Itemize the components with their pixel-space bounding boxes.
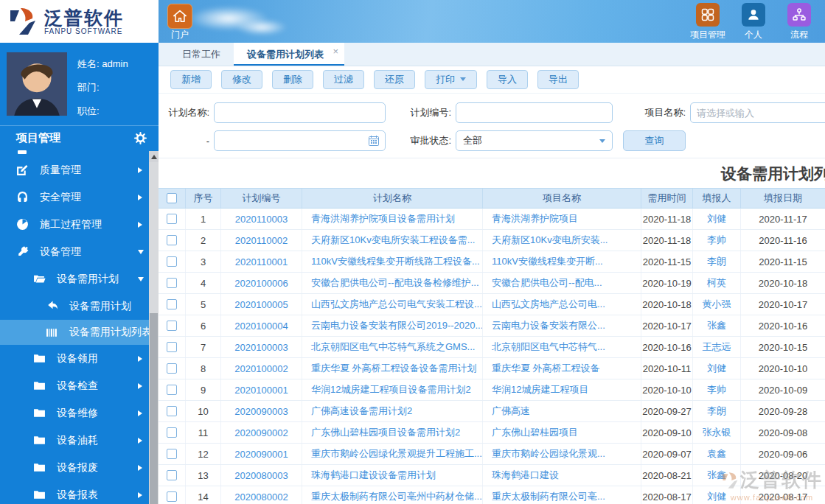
table-row[interactable]: 82020100002重庆华夏 外高桥工程设备设备需用计划重庆华夏 外高桥工程设… bbox=[159, 358, 825, 379]
sidebar-item-equipment-management[interactable]: 设备管理 bbox=[0, 238, 159, 265]
table-row[interactable]: 32020110001110kV安徽线程集变开断线路工程设备...110kV安徽… bbox=[159, 251, 825, 273]
row-checkbox[interactable] bbox=[167, 385, 177, 395]
cell-filler[interactable]: 张鑫 bbox=[693, 465, 741, 486]
select-all-checkbox[interactable] bbox=[167, 193, 177, 203]
cell-project-name[interactable]: 天府新区10Kv变电所安装... bbox=[483, 230, 641, 251]
column-header[interactable]: 需用时间 bbox=[641, 189, 693, 208]
column-header[interactable]: 填报人 bbox=[693, 189, 741, 208]
plan-name-input[interactable] bbox=[214, 102, 386, 123]
cell-project-name[interactable]: 重庆市鹅岭公园绿化景观... bbox=[483, 444, 641, 464]
column-header[interactable]: 填报日期 bbox=[741, 189, 825, 208]
sidebar-item-equipment-report[interactable]: 设备报表 bbox=[0, 481, 159, 504]
cell-project-name[interactable]: 北京朝阳区电气中芯特气... bbox=[483, 337, 641, 357]
cell-plan-name[interactable]: 安徽合肥供电公司--配电设备检修维护... bbox=[302, 273, 483, 293]
tab-daily-work[interactable]: 日常工作 bbox=[169, 43, 234, 66]
cell-plan-name[interactable]: 重庆市鹅岭公园绿化景观提升工程施工... bbox=[302, 444, 483, 464]
gear-icon[interactable] bbox=[134, 132, 147, 144]
scroll-up-button[interactable] bbox=[149, 151, 159, 162]
nav-project-management[interactable]: 项目管理 bbox=[685, 3, 731, 41]
plan-no-input[interactable] bbox=[456, 102, 613, 123]
cell-plan-no[interactable]: 2020100003 bbox=[221, 337, 302, 357]
sidebar-item-equipment-need-plan-list[interactable]: 设备需用计划列表 bbox=[0, 320, 159, 345]
column-header[interactable]: 计划编号 bbox=[221, 189, 302, 208]
add-button[interactable]: 新增 bbox=[170, 70, 212, 89]
cell-filler[interactable]: 王志远 bbox=[693, 337, 741, 357]
table-row[interactable]: 112020090002广东佛山碧桂园项目设备需用计划2广东佛山碧桂园项目202… bbox=[159, 422, 825, 444]
column-header[interactable]: 计划名称 bbox=[302, 189, 483, 208]
tab-equipment-need-plan-list[interactable]: 设备需用计划列表× bbox=[234, 43, 344, 66]
cell-project-name[interactable]: 云南电力设备安装有限公... bbox=[483, 315, 641, 336]
cell-plan-name[interactable]: 重庆太极制药有限公司亳州中药材仓储... bbox=[302, 486, 483, 504]
cell-plan-no[interactable]: 2020090003 bbox=[221, 401, 302, 421]
cell-filler[interactable]: 李朗 bbox=[693, 251, 741, 272]
row-checkbox[interactable] bbox=[167, 363, 177, 374]
row-checkbox[interactable] bbox=[167, 427, 177, 438]
cell-filler[interactable]: 黄小强 bbox=[693, 294, 741, 315]
sidebar-scrollbar[interactable] bbox=[149, 151, 159, 504]
cell-project-name[interactable]: 广东佛山碧桂园项目 bbox=[483, 422, 641, 443]
table-row[interactable]: 132020080003珠海鹤港口建设设备需用计划珠海鹤港口建设2020-08-… bbox=[159, 465, 825, 486]
table-row[interactable]: 92020100001华润12城房建工程项目设备需用计划2华润12城房建工程项目… bbox=[159, 379, 825, 401]
table-row[interactable]: 62020100004云南电力设备安装有限公司2019--2020...云南电力… bbox=[159, 315, 825, 337]
cell-plan-no[interactable]: 2020100002 bbox=[221, 358, 302, 379]
cell-project-name[interactable]: 青海洪湖养护院项目 bbox=[483, 209, 641, 229]
table-row[interactable]: 72020100003北京朝阳区电气中芯特气系统之GMS...北京朝阳区电气中芯… bbox=[159, 337, 825, 358]
row-checkbox[interactable] bbox=[167, 278, 177, 288]
row-checkbox[interactable] bbox=[167, 406, 177, 416]
sidebar-item-equipment-repair[interactable]: 设备维修 bbox=[0, 399, 159, 427]
cell-filler[interactable]: 李帅 bbox=[693, 230, 741, 251]
cell-project-name[interactable]: 山西弘文房地产总公司电... bbox=[483, 294, 641, 315]
sidebar-item-equipment-fuel[interactable]: 设备油耗 bbox=[0, 427, 159, 454]
sidebar-section-project-management[interactable]: 项目管理 bbox=[0, 125, 159, 150]
cell-plan-no[interactable]: 2020110003 bbox=[221, 209, 302, 229]
cell-filler[interactable]: 柯英 bbox=[693, 273, 741, 293]
row-checkbox[interactable] bbox=[167, 491, 177, 502]
sidebar-item-equipment-need-plan[interactable]: 设备需用计划 bbox=[0, 293, 159, 320]
cell-plan-no[interactable]: 2020110001 bbox=[221, 251, 302, 272]
row-checkbox[interactable] bbox=[167, 299, 177, 309]
cell-plan-name[interactable]: 广东佛山碧桂园项目设备需用计划2 bbox=[302, 422, 483, 443]
sidebar-item-equipment-inspection[interactable]: 设备检查 bbox=[0, 372, 159, 399]
cell-plan-name[interactable]: 天府新区10Kv变电所安装工程设备需... bbox=[302, 230, 483, 251]
import-button[interactable]: 导入 bbox=[487, 70, 528, 89]
row-checkbox[interactable] bbox=[167, 342, 177, 352]
cell-plan-no[interactable]: 2020090001 bbox=[221, 444, 302, 464]
export-button[interactable]: 导出 bbox=[537, 70, 579, 89]
column-header[interactable]: 项目名称 bbox=[483, 189, 641, 208]
column-header[interactable]: 序号 bbox=[186, 189, 221, 208]
cell-project-name[interactable]: 重庆太极制药有限公司亳... bbox=[483, 486, 641, 504]
table-row[interactable]: 12020110003青海洪湖养护院项目设备需用计划青海洪湖养护院项目2020-… bbox=[159, 209, 825, 230]
cell-plan-no[interactable]: 2020110002 bbox=[221, 230, 302, 251]
row-checkbox[interactable] bbox=[167, 449, 177, 459]
table-row[interactable]: 42020100006安徽合肥供电公司--配电设备检修维护...安徽合肥供电公司… bbox=[159, 273, 825, 294]
print-button[interactable]: 打印 bbox=[425, 70, 477, 89]
calendar-icon[interactable] bbox=[368, 135, 380, 147]
row-checkbox[interactable] bbox=[167, 214, 177, 224]
cell-project-name[interactable]: 110kV安徽线程集变开断... bbox=[483, 251, 641, 272]
cell-plan-no[interactable]: 2020080003 bbox=[221, 465, 302, 486]
cell-plan-no[interactable]: 2020090002 bbox=[221, 422, 302, 443]
restore-button[interactable]: 还原 bbox=[374, 70, 415, 89]
cell-plan-name[interactable]: 云南电力设备安装有限公司2019--2020... bbox=[302, 315, 483, 336]
cell-filler[interactable]: 张鑫 bbox=[693, 315, 741, 336]
table-row[interactable]: 52020100005山西弘文房地产总公司电气安装工程设...山西弘文房地产总公… bbox=[159, 294, 825, 315]
cell-filler[interactable]: 刘健 bbox=[693, 209, 741, 229]
cell-filler[interactable]: 李帅 bbox=[693, 379, 741, 400]
cell-plan-name[interactable]: 北京朝阳区电气中芯特气系统之GMS... bbox=[302, 337, 483, 357]
sidebar-item-equipment-need-plan-group[interactable]: 设备需用计划 bbox=[0, 265, 159, 293]
row-checkbox[interactable] bbox=[167, 256, 177, 267]
cell-plan-name[interactable]: 珠海鹤港口建设设备需用计划 bbox=[302, 465, 483, 486]
sidebar-item-construction-process-management[interactable]: 施工过程管理 bbox=[0, 211, 159, 238]
table-row[interactable]: 142020080002重庆太极制药有限公司亳州中药材仓储...重庆太极制药有限… bbox=[159, 486, 825, 504]
table-row[interactable]: 102020090003广佛高速设备需用计划2广佛高速2020-09-27李朗2… bbox=[159, 401, 825, 422]
sidebar-item-equipment-requisition[interactable]: 设备领用 bbox=[0, 345, 159, 372]
project-name-input[interactable] bbox=[690, 102, 825, 123]
cell-plan-no[interactable]: 2020100001 bbox=[221, 379, 302, 400]
sidebar-item-equipment-scrap[interactable]: 设备报废 bbox=[0, 454, 159, 481]
filter-button[interactable]: 过滤 bbox=[323, 70, 364, 89]
nav-personal[interactable]: 个人 bbox=[731, 3, 776, 41]
query-button[interactable]: 查询 bbox=[623, 130, 686, 151]
modify-button[interactable]: 修改 bbox=[221, 70, 262, 89]
cell-project-name[interactable]: 华润12城房建工程项目 bbox=[483, 379, 641, 400]
row-checkbox[interactable] bbox=[167, 321, 177, 331]
